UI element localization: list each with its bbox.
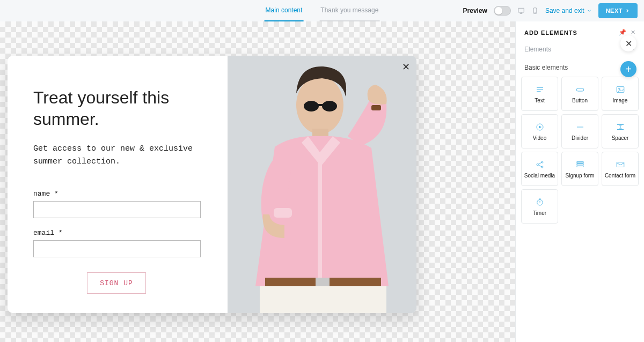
divider-icon (574, 122, 586, 132)
popup-description[interactable]: Get access to our new & exclusive summer… (33, 143, 202, 168)
svg-marker-24 (539, 125, 541, 128)
svg-rect-35 (577, 163, 583, 165)
element-contact-label: Contact form (605, 173, 635, 179)
name-input[interactable] (33, 201, 201, 218)
signup-button[interactable]: SIGN UP (87, 272, 146, 294)
svg-rect-16 (260, 286, 386, 313)
svg-point-31 (541, 166, 543, 168)
element-timer-label: Timer (533, 210, 546, 216)
svg-point-8 (322, 101, 337, 111)
model-image (228, 56, 416, 313)
mobile-icon[interactable] (531, 6, 539, 16)
social-icon (534, 160, 546, 169)
svg-rect-11 (318, 152, 322, 286)
element-signup-form[interactable]: Signup form (561, 152, 598, 186)
element-spacer[interactable]: Spacer (602, 114, 639, 148)
svg-point-7 (304, 101, 319, 111)
element-contact-form[interactable]: Contact form (602, 152, 639, 186)
svg-point-30 (541, 161, 543, 163)
svg-rect-9 (318, 104, 324, 106)
text-icon (534, 85, 546, 94)
next-button[interactable]: NEXT (598, 3, 638, 18)
svg-rect-20 (576, 88, 584, 91)
element-divider-label: Divider (572, 135, 588, 141)
signup-form-icon (574, 160, 586, 169)
chevron-down-icon (587, 8, 592, 13)
pin-icon[interactable]: 📌 (619, 29, 626, 36)
tab-thank-you[interactable]: Thank you message (319, 0, 379, 21)
svg-line-32 (538, 162, 541, 164)
name-label: name * (33, 190, 202, 198)
popup-content: Treat yourself this summer. Get access t… (8, 56, 228, 313)
element-spacer-label: Spacer (612, 135, 629, 141)
svg-line-33 (538, 165, 541, 166)
close-button[interactable]: ✕ (620, 35, 636, 51)
save-and-exit[interactable]: Save and exit (545, 7, 592, 14)
button-icon (574, 85, 586, 94)
spacer-icon (614, 122, 626, 132)
element-button-label: Button (572, 98, 588, 103)
element-text[interactable]: Text (521, 77, 558, 111)
topbar: Main content Thank you message Preview S… (0, 0, 644, 21)
element-timer[interactable]: Timer (521, 189, 558, 224)
svg-rect-37 (617, 162, 624, 167)
element-image-label: Image (613, 98, 628, 103)
svg-rect-36 (577, 166, 583, 167)
image-icon (614, 85, 626, 94)
main: Treat yourself this summer. Get access t… (0, 21, 644, 342)
elements-grid: Text Button Image Video Divider Spacer (516, 77, 644, 224)
video-icon (534, 122, 546, 132)
svg-point-4 (535, 12, 536, 13)
tab-main-content[interactable]: Main content (265, 0, 304, 21)
popup-close-icon[interactable]: ✕ (402, 61, 410, 73)
timer-icon (534, 197, 546, 207)
element-video-label: Video (533, 135, 546, 141)
close-panel-icon[interactable]: ✕ (631, 29, 635, 36)
next-label: NEXT (606, 8, 623, 14)
element-text-label: Text (535, 98, 544, 103)
topbar-right: Preview Save and exit NEXT (463, 3, 644, 18)
popup-preview[interactable]: Treat yourself this summer. Get access t… (8, 56, 416, 313)
svg-point-29 (537, 163, 538, 165)
preview-label: Preview (463, 7, 487, 14)
element-image[interactable]: Image (602, 77, 639, 111)
email-label: email * (33, 229, 202, 237)
add-element-fab[interactable]: + (620, 61, 636, 77)
panel-title: ADD ELEMENTS (524, 29, 577, 36)
popup-image[interactable]: ✕ (228, 56, 416, 313)
chevron-right-icon (625, 8, 630, 13)
popup-title[interactable]: Treat yourself this summer. (33, 87, 202, 130)
elements-accordion-label: Elements (524, 46, 551, 53)
content-tabs: Main content Thank you message (265, 0, 380, 21)
element-social-label: Social media (524, 173, 555, 179)
element-signup-label: Signup form (566, 173, 595, 179)
contact-form-icon (614, 160, 626, 169)
element-button[interactable]: Button (561, 77, 598, 111)
editor-canvas[interactable]: Treat yourself this summer. Get access t… (0, 21, 515, 342)
svg-rect-12 (371, 105, 381, 110)
element-divider[interactable]: Divider (561, 114, 598, 148)
svg-rect-13 (274, 208, 292, 218)
svg-rect-34 (577, 161, 583, 162)
svg-point-22 (618, 88, 619, 89)
desktop-icon[interactable] (517, 6, 525, 16)
element-video[interactable]: Video (521, 114, 558, 148)
save-exit-label: Save and exit (545, 7, 584, 14)
preview-toggle[interactable] (494, 6, 511, 16)
svg-rect-0 (518, 8, 524, 12)
element-social[interactable]: Social media (521, 152, 558, 186)
email-input[interactable] (33, 240, 201, 257)
svg-rect-15 (316, 278, 330, 286)
